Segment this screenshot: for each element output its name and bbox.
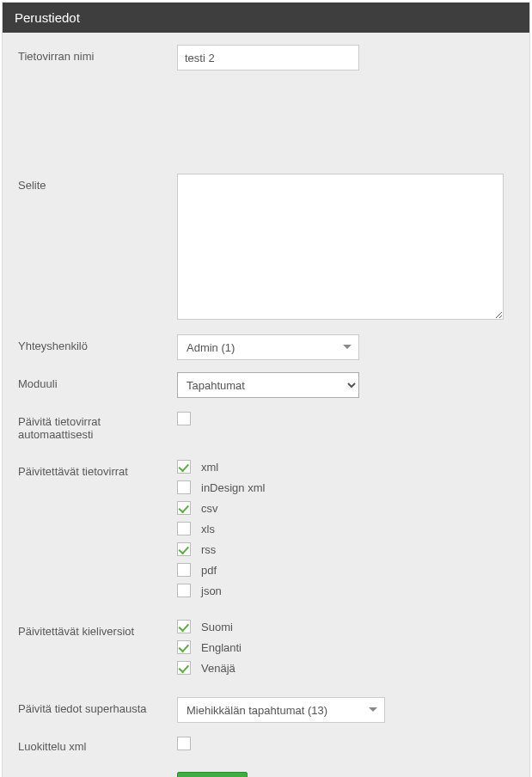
format-checkbox-rss[interactable] bbox=[177, 542, 191, 556]
basic-info-panel: Perustiedot Tietovirran nimi Selite Yhte… bbox=[2, 2, 530, 777]
label-classify: Luokittelu xml bbox=[18, 735, 177, 753]
format-item-xml: xml bbox=[177, 460, 514, 474]
format-checkbox-xls[interactable] bbox=[177, 522, 191, 535]
label-autoupdate: Päivitä tietovirrat automaattisesti bbox=[18, 410, 177, 441]
formats-list: xmlinDesign xmlcsvxlsrsspdfjson bbox=[177, 460, 514, 604]
contact-select[interactable]: Admin (1) bbox=[177, 334, 359, 360]
label-formats: Päivitettävät tietovirrat bbox=[18, 460, 177, 478]
format-checkbox-indesign[interactable] bbox=[177, 480, 191, 494]
name-input[interactable] bbox=[177, 45, 359, 70]
label-contact: Yhteyshenkilö bbox=[18, 334, 177, 352]
label-supersearch: Päivitä tiedot superhausta bbox=[18, 697, 177, 715]
save-button[interactable]: Tallenna bbox=[177, 772, 248, 777]
panel-title: Perustiedot bbox=[3, 3, 529, 33]
row-actions: Tallenna bbox=[18, 772, 514, 777]
language-checkbox-en[interactable] bbox=[177, 640, 191, 654]
format-label-pdf: pdf bbox=[201, 564, 217, 577]
format-label-json: json bbox=[201, 584, 222, 597]
description-textarea[interactable] bbox=[177, 174, 504, 320]
format-item-rss: rss bbox=[177, 542, 514, 556]
format-checkbox-json[interactable] bbox=[177, 584, 191, 597]
format-item-xls: xls bbox=[177, 522, 514, 535]
autoupdate-checkbox[interactable] bbox=[177, 412, 191, 425]
row-autoupdate: Päivitä tietovirrat automaattisesti bbox=[18, 410, 514, 441]
format-label-csv: csv bbox=[201, 502, 218, 515]
row-description: Selite bbox=[18, 174, 514, 322]
language-item-fi: Suomi bbox=[177, 620, 514, 633]
panel-body: Tietovirran nimi Selite Yhteyshenkilö Ad… bbox=[3, 33, 529, 777]
language-checkbox-ru[interactable] bbox=[177, 661, 191, 675]
format-label-indesign: inDesign xml bbox=[201, 481, 265, 494]
format-item-pdf: pdf bbox=[177, 563, 514, 577]
row-formats: Päivitettävät tietovirrat xmlinDesign xm… bbox=[18, 460, 514, 604]
language-label-en: Englanti bbox=[201, 641, 242, 654]
row-name: Tietovirran nimi bbox=[18, 45, 514, 70]
row-classify: Luokittelu xml bbox=[18, 735, 514, 753]
row-module: Moduuli Tapahtumat bbox=[18, 372, 514, 398]
format-item-json: json bbox=[177, 584, 514, 597]
language-label-ru: Venäjä bbox=[201, 662, 235, 675]
language-checkbox-fi[interactable] bbox=[177, 620, 191, 633]
format-checkbox-csv[interactable] bbox=[177, 501, 191, 515]
label-module: Moduuli bbox=[18, 372, 177, 390]
label-name: Tietovirran nimi bbox=[18, 45, 177, 63]
row-supersearch: Päivitä tiedot superhausta Miehikkälän t… bbox=[18, 697, 514, 723]
format-label-rss: rss bbox=[201, 543, 216, 556]
row-contact: Yhteyshenkilö Admin (1) bbox=[18, 334, 514, 360]
module-select[interactable]: Tapahtumat bbox=[177, 372, 359, 398]
language-item-ru: Venäjä bbox=[177, 661, 514, 675]
format-label-xml: xml bbox=[201, 461, 218, 474]
format-checkbox-pdf[interactable] bbox=[177, 563, 191, 577]
format-label-xls: xls bbox=[201, 523, 215, 535]
supersearch-select[interactable]: Miehikkälän tapahtumat (13) bbox=[177, 697, 385, 723]
classify-checkbox[interactable] bbox=[177, 737, 191, 750]
language-label-fi: Suomi bbox=[201, 621, 233, 633]
format-checkbox-xml[interactable] bbox=[177, 460, 191, 474]
label-languages: Päivitettävät kieliversiot bbox=[18, 620, 177, 638]
language-item-en: Englanti bbox=[177, 640, 514, 654]
format-item-csv: csv bbox=[177, 501, 514, 515]
languages-list: SuomiEnglantiVenäjä bbox=[177, 620, 514, 682]
label-description: Selite bbox=[18, 174, 177, 192]
format-item-indesign: inDesign xml bbox=[177, 480, 514, 494]
supersearch-select-value: Miehikkälän tapahtumat (13) bbox=[177, 697, 385, 723]
row-languages: Päivitettävät kieliversiot SuomiEnglanti… bbox=[18, 620, 514, 682]
contact-select-value: Admin (1) bbox=[177, 334, 359, 360]
